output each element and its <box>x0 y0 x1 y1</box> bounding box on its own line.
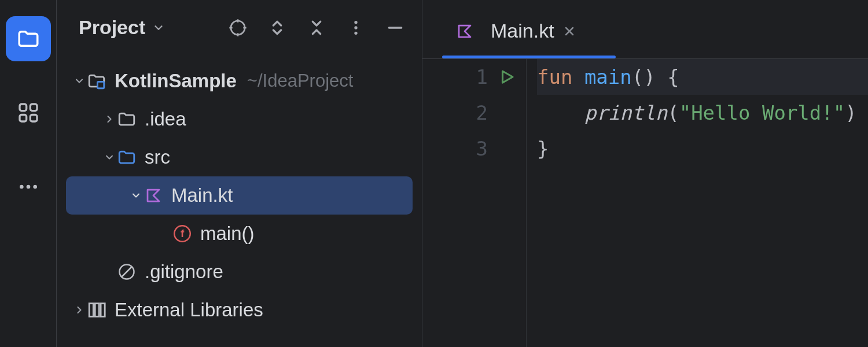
tree-item-external-libraries[interactable]: External Libraries <box>57 291 422 329</box>
panel-title[interactable]: Project <box>79 16 165 39</box>
svg-text:f: f <box>181 227 185 239</box>
tree-item-gitignore[interactable]: .gitignore <box>57 253 422 291</box>
external-libraries-label: External Libraries <box>115 299 263 321</box>
tree-item-mainkt[interactable]: Main.kt <box>66 176 413 215</box>
svg-point-4 <box>20 185 24 189</box>
rail-more-button[interactable] <box>6 164 51 209</box>
panel-header: Project <box>57 0 422 62</box>
code-line-3[interactable]: } <box>537 131 868 167</box>
svg-rect-23 <box>95 304 99 317</box>
chevron-down-icon <box>130 190 142 201</box>
minimize-icon[interactable] <box>386 19 404 37</box>
gitignore-label: .gitignore <box>145 261 223 283</box>
dots-vertical-icon[interactable] <box>347 19 365 37</box>
svg-point-7 <box>231 21 245 35</box>
svg-point-5 <box>26 185 30 189</box>
svg-rect-3 <box>30 115 37 121</box>
function-icon: f <box>174 225 191 242</box>
target-icon[interactable] <box>229 19 247 37</box>
idea-label: .idea <box>145 108 186 130</box>
code-content[interactable]: fun main() { println("Hello World!") } <box>527 59 868 347</box>
kotlin-file-icon <box>456 23 473 40</box>
src-label: src <box>145 146 170 168</box>
chevron-down-icon <box>152 21 165 34</box>
svg-marker-25 <box>459 25 470 37</box>
line-number: 2 <box>476 101 488 124</box>
active-tab-indicator <box>442 56 616 58</box>
chevron-down-icon <box>104 152 115 163</box>
svg-rect-1 <box>30 104 37 111</box>
chevron-down-icon <box>73 75 85 87</box>
ignored-file-icon <box>118 263 135 280</box>
svg-point-6 <box>33 185 37 189</box>
tree-item-project-root[interactable]: KotlinSample ~/IdeaProject <box>57 62 422 100</box>
svg-rect-0 <box>20 104 27 111</box>
line-number: 3 <box>476 137 488 160</box>
expand-all-icon[interactable] <box>268 19 286 37</box>
tree-item-idea[interactable]: .idea <box>57 100 422 138</box>
gutter-row-1[interactable]: 1 <box>422 59 526 95</box>
tab-filename-label: Main.kt <box>491 20 554 42</box>
editor-gutter: 1 2 3 <box>422 59 527 347</box>
project-panel: Project KotlinSample ~/IdeaProject .idea <box>57 0 422 347</box>
gutter-row-2[interactable]: 2 <box>422 95 526 131</box>
mainkt-label: Main.kt <box>171 184 233 206</box>
svg-rect-24 <box>101 304 105 317</box>
svg-marker-28 <box>503 71 513 83</box>
close-icon[interactable] <box>562 24 576 38</box>
svg-point-14 <box>354 31 357 34</box>
chevron-right-icon <box>104 113 115 125</box>
editor-tab-bar: Main.kt <box>422 0 868 59</box>
folder-icon <box>117 109 137 129</box>
svg-marker-17 <box>148 190 159 201</box>
svg-point-12 <box>354 21 357 24</box>
line-number: 1 <box>476 65 488 88</box>
code-editor[interactable]: 1 2 3 fun main() { println("Hello World!… <box>422 59 868 347</box>
module-folder-icon <box>87 71 106 91</box>
svg-line-21 <box>122 267 132 277</box>
svg-rect-2 <box>20 115 27 121</box>
panel-title-label: Project <box>79 16 145 39</box>
left-tool-rail <box>0 0 57 347</box>
panel-toolbar <box>229 19 404 37</box>
project-name-label: KotlinSample <box>115 70 237 92</box>
tree-item-mainfn[interactable]: f main() <box>57 215 422 253</box>
editor-area: Main.kt 1 2 3 fun main() { println("Hell… <box>422 0 868 347</box>
code-line-2[interactable]: println("Hello World!") <box>537 95 868 131</box>
code-line-1[interactable]: fun main() { <box>537 59 868 95</box>
editor-tab-mainkt[interactable]: Main.kt <box>443 15 588 47</box>
svg-rect-16 <box>97 82 104 88</box>
svg-point-13 <box>354 26 357 29</box>
kotlin-file-icon <box>145 187 162 204</box>
rail-structure-button[interactable] <box>6 90 51 135</box>
collapse-all-icon[interactable] <box>307 19 326 37</box>
run-icon[interactable] <box>498 68 516 86</box>
source-folder-icon <box>117 147 137 167</box>
project-path-label: ~/IdeaProject <box>247 71 354 91</box>
chevron-right-icon <box>73 304 85 316</box>
libraries-icon <box>87 300 106 320</box>
tree-item-src[interactable]: src <box>57 138 422 176</box>
folder-icon <box>16 27 41 51</box>
project-tree: KotlinSample ~/IdeaProject .idea src Mai… <box>57 62 422 347</box>
rail-project-button[interactable] <box>6 16 51 61</box>
dots-horizontal-icon <box>17 175 40 198</box>
gutter-row-3[interactable]: 3 <box>422 131 526 167</box>
structure-icon <box>17 101 40 124</box>
mainfn-label: main() <box>200 223 255 245</box>
svg-rect-22 <box>89 304 93 317</box>
